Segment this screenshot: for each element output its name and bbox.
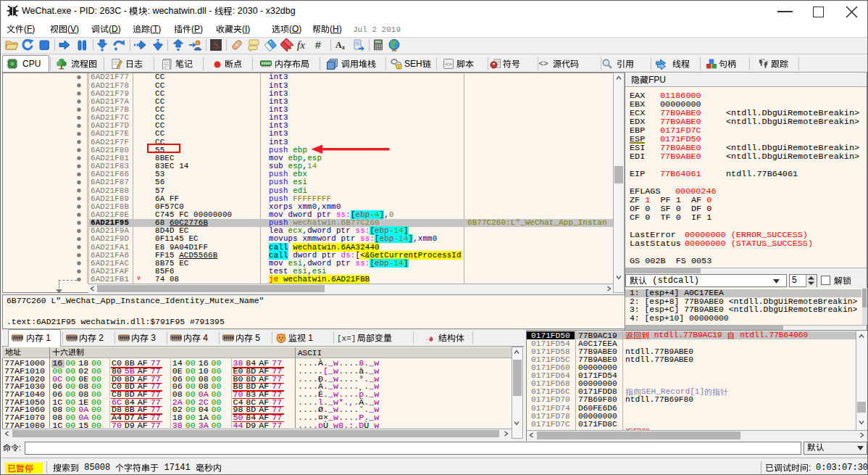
svg-text:#: # <box>315 39 321 51</box>
svg-text:<>: <> <box>445 61 452 67</box>
svg-text:<>: <> <box>538 59 548 68</box>
svg-text:fx: fx <box>297 39 305 51</box>
svg-text:S: S <box>213 40 219 51</box>
svg-text:A: A <box>335 40 342 50</box>
svg-text:z: z <box>342 44 345 51</box>
